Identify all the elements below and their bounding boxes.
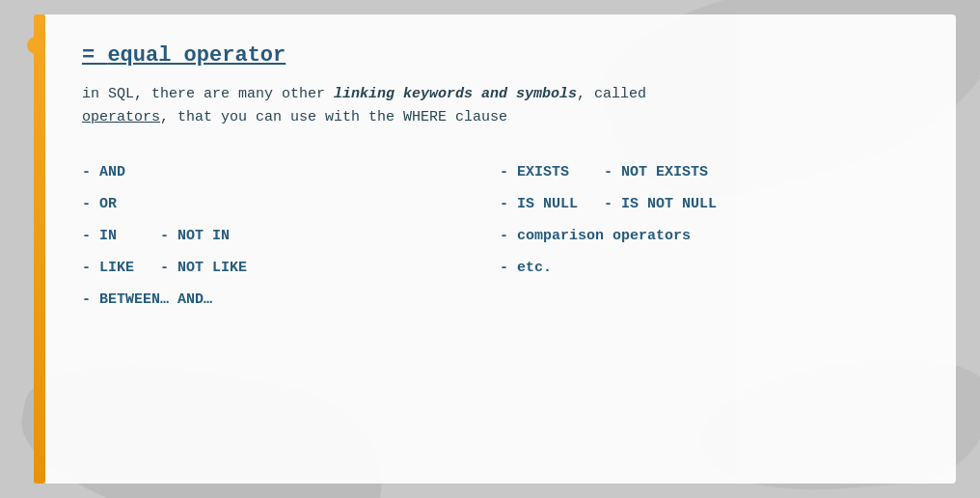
intro-line1-em: linking keywords and symbols bbox=[334, 86, 577, 102]
operators-grid: - AND - OR - IN - NOT IN - LIKE - NOT LI… bbox=[82, 156, 917, 316]
intro-operators-word: operators bbox=[82, 109, 160, 125]
list-item: - IS NULL - IS NOT NULL bbox=[500, 188, 917, 220]
operators-col-left: - AND - OR - IN - NOT IN - LIKE - NOT LI… bbox=[82, 156, 500, 316]
slide-title: = equal operator bbox=[82, 43, 917, 68]
title-equals: = bbox=[82, 43, 107, 68]
bullet-dot bbox=[27, 37, 44, 54]
intro-line1-pre: in SQL, there are many other bbox=[82, 86, 334, 102]
list-item: - etc. bbox=[500, 252, 917, 284]
intro-line1-post: , called bbox=[577, 86, 646, 102]
list-item: - BETWEEN… AND… bbox=[82, 284, 500, 316]
content-area: = equal operator in SQL, there are many … bbox=[43, 14, 956, 484]
title-text: equal operator bbox=[107, 43, 286, 68]
list-item: - EXISTS - NOT EXISTS bbox=[500, 156, 917, 188]
accent-bar bbox=[34, 14, 45, 484]
list-item: - comparison operators bbox=[500, 220, 917, 252]
slide-background: = equal operator in SQL, there are many … bbox=[0, 0, 980, 498]
list-item: - IN - NOT IN bbox=[82, 220, 500, 252]
operators-col-right: - EXISTS - NOT EXISTS - IS NULL - IS NOT… bbox=[500, 156, 917, 316]
list-item: - LIKE - NOT LIKE bbox=[82, 252, 500, 284]
intro-line2-post: , that you can use with the WHERE clause bbox=[160, 109, 507, 125]
list-item: - OR bbox=[82, 188, 500, 220]
list-item: - AND bbox=[82, 156, 500, 188]
intro-paragraph: in SQL, there are many other linking key… bbox=[82, 83, 917, 129]
